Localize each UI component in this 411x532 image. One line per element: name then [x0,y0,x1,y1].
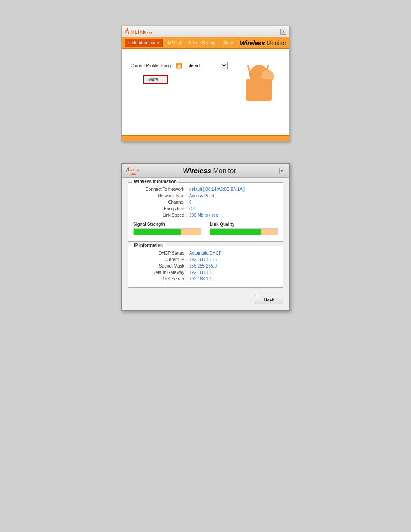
win1-body: Current Profile String : 📶 default More … [122,49,289,135]
close-button2[interactable]: ✕ [279,168,285,174]
router-body [246,79,272,101]
win2-logo-a: A [126,166,130,173]
router-illustration [237,58,280,109]
info-row-currentip: Current IP : 192.168.1.115 [133,257,278,262]
link-quality-label: Link Quality [210,222,234,227]
signal-bar-outer [133,228,201,235]
back-button[interactable]: Back [255,295,283,304]
win2-title-bold: Wireless [183,167,211,174]
label-network: Connect To Network : [133,187,189,192]
nav-title-normal: Monitor [265,40,286,47]
label-linkspeed: Link Speed : [133,213,189,218]
logo1: A irLink 101 [125,27,153,36]
quality-bar-remainder [261,229,277,235]
signal-strength-label: Signal Strength [133,222,165,227]
logo-101: 101 [147,31,153,35]
wifi-icon: 📶 [176,63,182,69]
label-gateway: Default Gateway : [133,270,189,275]
profile-label: Current Profile String : [131,63,173,68]
close-button1[interactable]: ✕ [280,29,286,35]
value-subnet: 255.255.255.0 [189,264,278,268]
value-type: Access Point [189,193,278,198]
window1: A irLink 101 ✕ Link Information AP List … [121,26,290,142]
info-row-linkspeed: Link Speed : 300 Mbits / sec [133,213,278,218]
tab-profile-setting[interactable]: Profile Setting [185,39,219,47]
value-dns: 192.168.1.1 [189,277,278,281]
win2-body: Wireless Information Connect To Network … [122,178,289,310]
win2-title-normal: Monitor [211,167,236,174]
value-linkspeed: 300 Mbits / sec [189,213,278,218]
tab-about[interactable]: About [220,39,238,47]
logo2: A irLink101 [126,166,140,176]
signal-bar-inner [134,229,181,235]
label-encryption: Encryption : [133,206,189,211]
info-row-subnet: Subnet Mask : 255.255.255.0 [133,264,278,268]
info-row-network: Connect To Network : default [ 00:14:A5:… [133,187,278,192]
link-quality-col: Link Quality [210,222,278,235]
window2: A irLink101 Wireless Monitor ✕ Wireless … [121,163,290,311]
label-type: Network Type : [133,193,189,198]
ip-info-group: IP Information DHCP Status : Automatic/D… [128,246,283,288]
value-network: default [ 00:14:A5:0C:9A:1A ] [189,187,278,192]
value-encryption: Off [189,206,278,211]
more-button[interactable]: More ... [143,75,168,84]
win1-footer [122,135,289,141]
label-currentip: Current IP : [133,257,189,262]
nav-bar1: Link Information AP List Profile Setting… [122,37,289,49]
quality-bar-inner [210,229,261,235]
profile-select[interactable]: default [185,62,228,69]
logo-a: A [125,27,130,36]
info-row-gateway: Default Gateway : 192.168.1.1 [133,270,278,275]
titlebar2: A irLink101 Wireless Monitor ✕ [122,164,289,178]
info-row-dns: DNS Server : 192.168.1.1 [133,277,278,281]
signal-row: Signal Strength Link Quality [133,222,278,235]
value-currentip: 192.168.1.115 [189,257,278,262]
win2-title: Wireless Monitor [144,167,275,175]
back-row: Back [128,292,283,306]
info-row-dhcp: DHCP Status : Automatic/DHCP [133,251,278,255]
ip-legend: IP Information [132,243,165,248]
label-channel: Channel : [133,200,189,205]
info-row-type: Network Type : Access Point [133,193,278,198]
signal-strength-col: Signal Strength [133,222,201,235]
info-row-encryption: Encryption : Off [133,206,278,211]
logo-irlink: irLink [131,29,146,34]
wireless-info-group: Wireless Information Connect To Network … [128,182,283,242]
label-dhcp: DHCP Status : [133,251,189,255]
tab-link-information[interactable]: Link Information [125,39,163,47]
label-dns: DNS Server : [133,277,189,281]
tab-ap-list[interactable]: AP List [164,39,184,47]
wireless-legend: Wireless Information [132,179,178,184]
win2-logo-text: irLink101 [130,169,140,176]
titlebar1: A irLink 101 ✕ [122,26,289,37]
label-subnet: Subnet Mask : [133,264,189,268]
nav-title-bold: Wireless [240,40,265,47]
value-gateway: 192.168.1.1 [189,270,278,275]
value-channel: 6 [189,200,278,205]
info-row-channel: Channel : 6 [133,200,278,205]
signal-bar-remainder [181,229,201,235]
value-dhcp: Automatic/DHCP [189,251,278,255]
nav-title: Wireless Monitor [240,40,286,47]
quality-bar-outer [210,228,278,235]
